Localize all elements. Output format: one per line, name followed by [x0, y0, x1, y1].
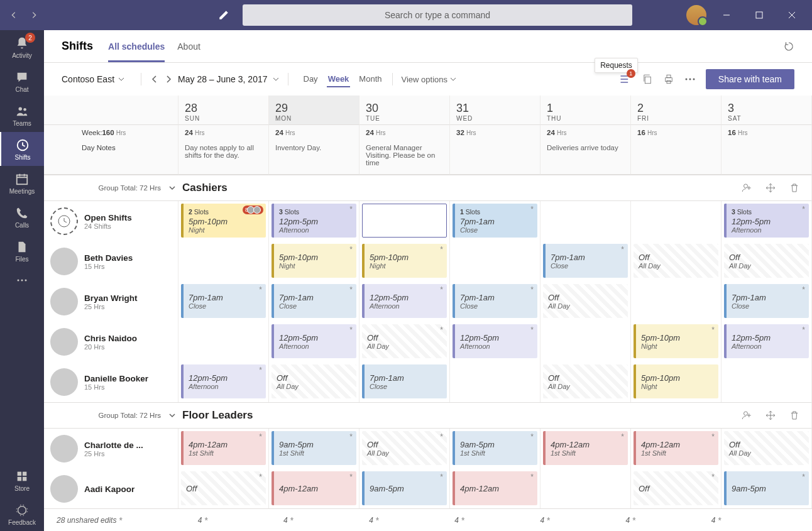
shift-card[interactable]: Off* — [181, 471, 266, 505]
shift-cell[interactable]: 12pm-5pmAfternoon* — [178, 362, 269, 402]
shift-cell[interactable]: 4pm-12am1st Shift* — [540, 429, 631, 469]
collapse-icon[interactable] — [168, 184, 176, 192]
shift-card[interactable]: OffAll Day — [634, 244, 718, 278]
shift-cell[interactable]: 9am-5pm1st Shift* — [450, 429, 540, 469]
shift-cell[interactable]: 7pm-1amClose* — [450, 282, 540, 322]
collapse-icon[interactable] — [168, 412, 176, 419]
view-mode-month[interactable]: Month — [358, 72, 383, 87]
move-icon[interactable] — [765, 410, 776, 421]
shift-cell-empty[interactable] — [631, 282, 721, 322]
shift-cell[interactable]: 7pm-1amClose — [359, 362, 450, 402]
shift-card[interactable]: 4pm-12am1st Shift* — [543, 431, 628, 465]
day-header[interactable]: 30TUE — [359, 96, 450, 125]
shift-card[interactable]: Off* — [634, 471, 718, 505]
share-with-team-button[interactable]: Share with team — [706, 69, 794, 89]
day-header[interactable]: 29MON — [269, 96, 359, 125]
shift-cell[interactable]: 9am-5pm* — [359, 469, 450, 508]
shift-card[interactable]: 9am-5pm* — [362, 471, 447, 505]
person-row-header[interactable]: Chris Naidoo20 Hrs — [44, 322, 178, 362]
shift-card[interactable]: 7pm-1amClose — [362, 364, 447, 398]
shift-card[interactable]: OffAll Day — [272, 364, 356, 398]
shift-cell[interactable]: 2 Slots5pm-10pmNight8 — [178, 201, 269, 241]
shift-cell[interactable]: 3 Slots12pm-5pmAfternoon* — [721, 201, 812, 241]
shift-card[interactable]: 2 Slots5pm-10pmNight8 — [181, 204, 266, 238]
shift-card[interactable]: OffAll Day — [543, 284, 628, 318]
shift-card[interactable]: 12pm-5pmAfternoon* — [453, 324, 537, 358]
rail-more-button[interactable] — [0, 268, 44, 293]
shift-card[interactable]: 9am-5pm1st Shift* — [453, 431, 537, 465]
shift-card[interactable]: OffAll Day* — [362, 324, 447, 358]
shift-card[interactable]: OffAll Day — [543, 364, 628, 398]
print-button[interactable] — [663, 74, 674, 85]
shift-cell[interactable]: 5pm-10pmNight — [631, 362, 721, 402]
shift-cell[interactable]: 12pm-5pmAfternoon* — [359, 282, 450, 322]
shift-cell[interactable]: 4pm-12am* — [450, 469, 540, 508]
shift-card[interactable]: 4pm-12am* — [453, 471, 537, 505]
compose-icon[interactable] — [211, 3, 236, 28]
day-note[interactable] — [631, 140, 721, 175]
shift-cell[interactable] — [359, 201, 450, 241]
move-icon[interactable] — [765, 182, 776, 194]
search-input[interactable]: Search or type a command — [243, 4, 632, 26]
minimize-button[interactable] — [714, 3, 739, 28]
shift-card[interactable]: 4pm-12am1st Shift* — [181, 431, 266, 465]
schedule-grid[interactable]: 28SUN29MON30TUE31WED1THU2FRI3SATWeek:160… — [44, 96, 812, 508]
shift-card[interactable]: 5pm-10pmNight — [634, 364, 718, 398]
shift-card[interactable]: 4pm-12am* — [272, 471, 356, 505]
shift-card[interactable]: 5pm-10pmNight* — [272, 244, 356, 278]
shift-card[interactable]: 7pm-1amClose* — [724, 284, 809, 318]
shift-cell-empty[interactable] — [450, 241, 540, 282]
day-note[interactable]: General Manager Visiting. Please be on t… — [359, 140, 450, 175]
day-header[interactable]: 1THU — [540, 96, 631, 125]
shift-card[interactable]: 4pm-12am1st Shift* — [634, 431, 718, 465]
shift-cell[interactable]: Off* — [631, 469, 721, 508]
shift-card[interactable]: OffAll Day — [724, 431, 809, 465]
shift-card[interactable]: 12pm-5pmAfternoon* — [724, 324, 809, 358]
shift-cell[interactable]: 12pm-5pmAfternoon* — [721, 322, 812, 362]
day-note[interactable] — [450, 140, 540, 175]
view-mode-week[interactable]: Week — [327, 72, 351, 87]
forward-button[interactable] — [25, 6, 43, 24]
refresh-icon[interactable] — [783, 41, 794, 52]
rail-item-calls[interactable]: Calls — [0, 200, 44, 234]
person-row-header[interactable]: Beth Davies15 Hrs — [44, 241, 178, 282]
shift-cell[interactable]: 9am-5pm* — [721, 469, 812, 508]
shift-cell[interactable]: 3 Slots12pm-5pmAfternoon* — [269, 201, 359, 241]
shift-card[interactable]: 12pm-5pmAfternoon* — [181, 364, 266, 398]
user-avatar[interactable] — [686, 5, 706, 25]
shift-cell[interactable]: OffAll Day* — [359, 322, 450, 362]
shift-cell[interactable]: OffAll Day* — [359, 429, 450, 469]
shift-card[interactable]: 7pm-1amClose* — [272, 284, 356, 318]
shift-card[interactable]: OffAll Day — [724, 244, 809, 278]
shift-cell[interactable]: 4pm-12am1st Shift* — [178, 429, 269, 469]
shift-cell[interactable]: 4pm-12am1st Shift* — [631, 429, 721, 469]
shift-card[interactable]: 5pm-10pmNight* — [362, 244, 447, 278]
shift-cell-empty[interactable] — [540, 201, 631, 241]
shift-cell[interactable]: 5pm-10pmNight* — [269, 241, 359, 282]
shift-cell-empty[interactable] — [540, 322, 631, 362]
rail-item-teams[interactable]: Teams — [0, 98, 44, 132]
shift-card[interactable]: 12pm-5pmAfternoon* — [272, 324, 356, 358]
shift-cell-empty[interactable] — [450, 362, 540, 402]
shift-card[interactable]: 3 Slots12pm-5pmAfternoon* — [724, 204, 809, 238]
rail-item-feedback[interactable]: Feedback — [0, 497, 44, 531]
shift-cell[interactable]: OffAll Day — [269, 362, 359, 402]
shift-cell[interactable]: 1 Slots7pm-1amClose* — [450, 201, 540, 241]
day-header[interactable]: 2FRI — [631, 96, 721, 125]
maximize-button[interactable] — [747, 3, 772, 28]
shift-card[interactable]: 5pm-10pmNight* — [634, 324, 718, 358]
person-row-header[interactable]: Aadi Kapoor — [44, 469, 178, 508]
view-options[interactable]: View options — [402, 75, 456, 84]
back-button[interactable] — [5, 6, 23, 24]
shift-card[interactable]: 7pm-1amClose* — [181, 284, 266, 318]
shift-cell[interactable]: Off* — [178, 469, 269, 508]
day-header[interactable]: 31WED — [450, 96, 540, 125]
day-note[interactable]: Deliveries arrive today — [540, 140, 631, 175]
shift-cell[interactable]: 7pm-1amClose* — [269, 282, 359, 322]
next-range-button[interactable] — [164, 75, 173, 84]
shift-cell[interactable]: 7pm-1amClose* — [178, 282, 269, 322]
shift-card[interactable]: 9am-5pm1st Shift* — [272, 431, 356, 465]
selected-empty-shift[interactable] — [362, 204, 447, 238]
shift-card[interactable]: 3 Slots12pm-5pmAfternoon* — [272, 204, 356, 238]
day-note[interactable] — [721, 140, 812, 175]
